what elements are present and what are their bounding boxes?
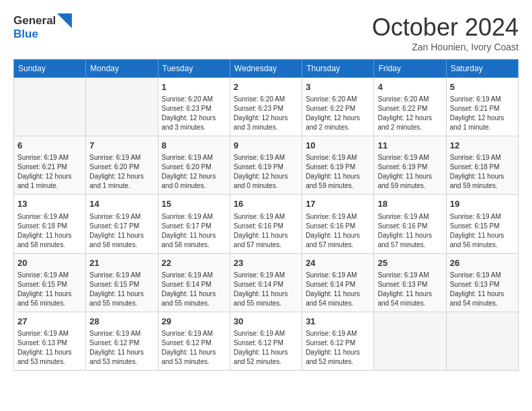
day-number: 12 bbox=[450, 140, 515, 152]
day-info: Sunrise: 6:19 AM Sunset: 6:14 PM Dayligh… bbox=[234, 271, 298, 308]
calendar-cell: 3Sunrise: 6:20 AM Sunset: 6:22 PM Daylig… bbox=[302, 78, 374, 136]
day-info: Sunrise: 6:19 AM Sunset: 6:17 PM Dayligh… bbox=[89, 212, 154, 250]
calendar-cell: 29Sunrise: 6:19 AM Sunset: 6:12 PM Dayli… bbox=[158, 312, 230, 370]
calendar-cell: 6Sunrise: 6:19 AM Sunset: 6:21 PM Daylig… bbox=[14, 136, 86, 195]
calendar-cell: 24Sunrise: 6:19 AM Sunset: 6:14 PM Dayli… bbox=[302, 253, 374, 312]
weekday-header-wednesday: Wednesday bbox=[230, 60, 302, 78]
day-info: Sunrise: 6:19 AM Sunset: 6:20 PM Dayligh… bbox=[162, 153, 226, 191]
calendar-cell: 9Sunrise: 6:19 AM Sunset: 6:19 PM Daylig… bbox=[230, 136, 302, 195]
calendar-cell: 27Sunrise: 6:19 AM Sunset: 6:13 PM Dayli… bbox=[14, 312, 86, 370]
day-number: 23 bbox=[234, 257, 298, 269]
calendar-week-row: 6Sunrise: 6:19 AM Sunset: 6:21 PM Daylig… bbox=[14, 136, 519, 195]
weekday-header-monday: Monday bbox=[86, 60, 158, 78]
day-number: 30 bbox=[234, 316, 298, 328]
calendar-cell: 16Sunrise: 6:19 AM Sunset: 6:16 PM Dayli… bbox=[230, 195, 302, 253]
day-info: Sunrise: 6:19 AM Sunset: 6:12 PM Dayligh… bbox=[234, 329, 298, 367]
weekday-header-friday: Friday bbox=[374, 60, 446, 78]
day-number: 14 bbox=[89, 198, 154, 210]
calendar-cell: 20Sunrise: 6:19 AM Sunset: 6:15 PM Dayli… bbox=[14, 253, 86, 312]
weekday-header-sunday: Sunday bbox=[14, 60, 86, 78]
calendar-cell: 25Sunrise: 6:19 AM Sunset: 6:13 PM Dayli… bbox=[374, 253, 446, 312]
day-info: Sunrise: 6:20 AM Sunset: 6:23 PM Dayligh… bbox=[234, 95, 298, 132]
day-info: Sunrise: 6:19 AM Sunset: 6:12 PM Dayligh… bbox=[306, 329, 370, 367]
day-number: 17 bbox=[306, 198, 370, 210]
calendar-cell: 23Sunrise: 6:19 AM Sunset: 6:14 PM Dayli… bbox=[230, 253, 302, 312]
day-info: Sunrise: 6:20 AM Sunset: 6:22 PM Dayligh… bbox=[306, 95, 370, 132]
day-info: Sunrise: 6:19 AM Sunset: 6:19 PM Dayligh… bbox=[378, 153, 442, 191]
calendar-cell: 22Sunrise: 6:19 AM Sunset: 6:14 PM Dayli… bbox=[158, 253, 230, 312]
calendar-cell bbox=[374, 312, 446, 370]
calendar-cell: 15Sunrise: 6:19 AM Sunset: 6:17 PM Dayli… bbox=[158, 195, 230, 253]
day-number: 29 bbox=[162, 316, 226, 328]
day-info: Sunrise: 6:19 AM Sunset: 6:16 PM Dayligh… bbox=[306, 212, 370, 250]
title-block: October 2024 Zan Hounien, Ivory Coast bbox=[372, 13, 519, 52]
day-number: 20 bbox=[17, 257, 82, 269]
calendar-week-row: 13Sunrise: 6:19 AM Sunset: 6:18 PM Dayli… bbox=[14, 195, 519, 253]
day-info: Sunrise: 6:19 AM Sunset: 6:14 PM Dayligh… bbox=[162, 271, 226, 308]
calendar-cell: 10Sunrise: 6:19 AM Sunset: 6:19 PM Dayli… bbox=[302, 136, 374, 195]
day-info: Sunrise: 6:19 AM Sunset: 6:18 PM Dayligh… bbox=[450, 153, 515, 191]
calendar-cell: 5Sunrise: 6:19 AM Sunset: 6:21 PM Daylig… bbox=[446, 78, 518, 136]
month-title: October 2024 bbox=[372, 13, 519, 42]
weekday-header-row: SundayMondayTuesdayWednesdayThursdayFrid… bbox=[14, 60, 519, 78]
day-info: Sunrise: 6:19 AM Sunset: 6:12 PM Dayligh… bbox=[89, 329, 154, 367]
calendar-cell: 26Sunrise: 6:19 AM Sunset: 6:13 PM Dayli… bbox=[446, 253, 518, 312]
calendar-cell: 31Sunrise: 6:19 AM Sunset: 6:12 PM Dayli… bbox=[302, 312, 374, 370]
day-number: 1 bbox=[162, 81, 226, 93]
day-info: Sunrise: 6:19 AM Sunset: 6:15 PM Dayligh… bbox=[89, 271, 154, 308]
day-number: 31 bbox=[306, 316, 370, 328]
day-number: 27 bbox=[17, 316, 82, 328]
calendar-cell: 8Sunrise: 6:19 AM Sunset: 6:20 PM Daylig… bbox=[158, 136, 230, 195]
calendar-cell: 2Sunrise: 6:20 AM Sunset: 6:23 PM Daylig… bbox=[230, 78, 302, 136]
day-info: Sunrise: 6:19 AM Sunset: 6:18 PM Dayligh… bbox=[17, 212, 82, 250]
day-info: Sunrise: 6:19 AM Sunset: 6:19 PM Dayligh… bbox=[234, 153, 298, 191]
day-info: Sunrise: 6:19 AM Sunset: 6:13 PM Dayligh… bbox=[378, 271, 442, 308]
day-number: 11 bbox=[378, 140, 442, 152]
calendar-table: SundayMondayTuesdayWednesdayThursdayFrid… bbox=[13, 59, 519, 371]
day-number: 25 bbox=[378, 257, 442, 269]
location-subtitle: Zan Hounien, Ivory Coast bbox=[372, 42, 519, 52]
calendar-cell: 11Sunrise: 6:19 AM Sunset: 6:19 PM Dayli… bbox=[374, 136, 446, 195]
day-number: 13 bbox=[17, 198, 82, 210]
calendar-cell bbox=[446, 312, 518, 370]
day-number: 4 bbox=[378, 81, 442, 93]
calendar-cell: 13Sunrise: 6:19 AM Sunset: 6:18 PM Dayli… bbox=[14, 195, 86, 253]
day-number: 2 bbox=[234, 81, 298, 93]
calendar-cell: 7Sunrise: 6:19 AM Sunset: 6:20 PM Daylig… bbox=[86, 136, 158, 195]
weekday-header-saturday: Saturday bbox=[446, 60, 518, 78]
day-info: Sunrise: 6:19 AM Sunset: 6:15 PM Dayligh… bbox=[450, 212, 515, 250]
day-number: 16 bbox=[234, 198, 298, 210]
day-number: 15 bbox=[162, 198, 226, 210]
day-number: 7 bbox=[89, 140, 154, 152]
day-info: Sunrise: 6:19 AM Sunset: 6:17 PM Dayligh… bbox=[162, 212, 226, 250]
calendar-week-row: 27Sunrise: 6:19 AM Sunset: 6:13 PM Dayli… bbox=[14, 312, 519, 370]
calendar-cell: 19Sunrise: 6:19 AM Sunset: 6:15 PM Dayli… bbox=[446, 195, 518, 253]
day-info: Sunrise: 6:19 AM Sunset: 6:15 PM Dayligh… bbox=[17, 271, 82, 308]
calendar-cell: 28Sunrise: 6:19 AM Sunset: 6:12 PM Dayli… bbox=[86, 312, 158, 370]
calendar-cell: 21Sunrise: 6:19 AM Sunset: 6:15 PM Dayli… bbox=[86, 253, 158, 312]
day-number: 28 bbox=[89, 316, 154, 328]
day-info: Sunrise: 6:19 AM Sunset: 6:20 PM Dayligh… bbox=[89, 153, 154, 191]
calendar-cell: 17Sunrise: 6:19 AM Sunset: 6:16 PM Dayli… bbox=[302, 195, 374, 253]
day-info: Sunrise: 6:20 AM Sunset: 6:23 PM Dayligh… bbox=[162, 95, 226, 132]
calendar-cell: 12Sunrise: 6:19 AM Sunset: 6:18 PM Dayli… bbox=[446, 136, 518, 195]
calendar-week-row: 1Sunrise: 6:20 AM Sunset: 6:23 PM Daylig… bbox=[14, 78, 519, 136]
calendar-cell: 18Sunrise: 6:19 AM Sunset: 6:16 PM Dayli… bbox=[374, 195, 446, 253]
day-info: Sunrise: 6:19 AM Sunset: 6:16 PM Dayligh… bbox=[234, 212, 298, 250]
day-number: 3 bbox=[306, 81, 370, 93]
calendar-cell: 14Sunrise: 6:19 AM Sunset: 6:17 PM Dayli… bbox=[86, 195, 158, 253]
day-number: 24 bbox=[306, 257, 370, 269]
calendar-cell: 1Sunrise: 6:20 AM Sunset: 6:23 PM Daylig… bbox=[158, 78, 230, 136]
day-info: Sunrise: 6:19 AM Sunset: 6:21 PM Dayligh… bbox=[17, 153, 82, 191]
day-number: 18 bbox=[378, 198, 442, 210]
calendar-week-row: 20Sunrise: 6:19 AM Sunset: 6:15 PM Dayli… bbox=[14, 253, 519, 312]
logo: General Blue bbox=[13, 13, 72, 41]
calendar-cell bbox=[86, 78, 158, 136]
day-info: Sunrise: 6:19 AM Sunset: 6:13 PM Dayligh… bbox=[17, 329, 82, 367]
day-number: 8 bbox=[162, 140, 226, 152]
page-header: General Blue October 2024 Zan Hounien, I… bbox=[13, 13, 519, 52]
calendar-cell: 30Sunrise: 6:19 AM Sunset: 6:12 PM Dayli… bbox=[230, 312, 302, 370]
day-info: Sunrise: 6:19 AM Sunset: 6:14 PM Dayligh… bbox=[306, 271, 370, 308]
day-info: Sunrise: 6:19 AM Sunset: 6:13 PM Dayligh… bbox=[450, 271, 515, 308]
day-number: 26 bbox=[450, 257, 515, 269]
